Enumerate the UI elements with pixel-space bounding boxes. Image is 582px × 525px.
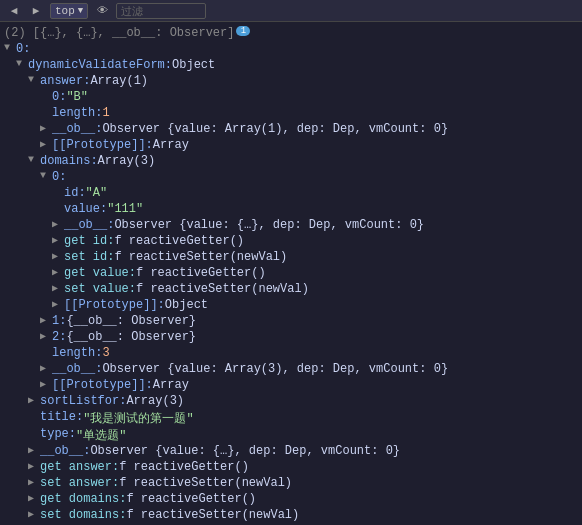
eye-icon[interactable]: 👁 — [94, 3, 110, 19]
tree-row: ▶set id: f reactiveSetter(newVal) — [0, 250, 582, 266]
back-icon[interactable]: ◀ — [6, 3, 22, 19]
tree-value: Observer {value: Array(1), dep: Dep, vmC… — [102, 122, 448, 136]
breadcrumb-text: (2) [{…}, {…}, __ob__: Observer] — [4, 26, 234, 40]
tree-value: "我是测试的第一题" — [83, 410, 193, 427]
tree-row: title: "我是测试的第一题" — [0, 410, 582, 427]
tree-value: Observer {value: {…}, dep: Dep, vmCount:… — [90, 444, 400, 458]
tree-row: ▼dynamicValidateForm: Object — [0, 58, 582, 74]
tree-key: set id: — [64, 250, 114, 264]
tree-toggle[interactable]: ▶ — [40, 362, 52, 374]
filter-box[interactable] — [116, 3, 206, 19]
tree-row: length: 3 — [0, 346, 582, 362]
tree-toggle[interactable]: ▶ — [28, 394, 40, 406]
tree-row: ▶__ob__: Observer {value: Array(1), dep:… — [0, 122, 582, 138]
tree-toggle[interactable]: ▶ — [28, 444, 40, 456]
tree-row: ▶set answer: f reactiveSetter(newVal) — [0, 476, 582, 492]
tree-key: 0: — [52, 90, 66, 104]
tree-toggle[interactable]: ▶ — [28, 476, 40, 488]
tree-key: get value: — [64, 266, 136, 280]
badge: 1 — [236, 26, 250, 36]
tree-row: ▶__ob__: Observer {value: Array(3), dep:… — [0, 362, 582, 378]
tree-value: Array(3) — [126, 394, 184, 408]
tree-row: ▶get domains: f reactiveGetter() — [0, 492, 582, 508]
tree-key: value: — [64, 202, 107, 216]
tree-toggle[interactable]: ▶ — [52, 218, 64, 230]
tree-key: [[Prototype]]: — [64, 298, 165, 312]
tree-row: ▶__ob__: Observer {value: {…}, dep: Dep,… — [0, 218, 582, 234]
tree-row: ▶get answer: f reactiveGetter() — [0, 460, 582, 476]
tree-value: "单选题" — [76, 427, 126, 444]
tree-toggle[interactable]: ▶ — [40, 122, 52, 134]
tree-key: dynamicValidateForm: — [28, 58, 172, 72]
tree-value: Array(1) — [90, 74, 148, 88]
forward-icon[interactable]: ▶ — [28, 3, 44, 19]
filter-input[interactable] — [121, 5, 201, 17]
breadcrumb-line: (2) [{…}, {…}, __ob__: Observer] 1 — [0, 26, 582, 42]
tree-value: 3 — [102, 346, 109, 360]
tree-value: Array — [153, 378, 189, 392]
tree-row: ▶set domains: f reactiveSetter(newVal) — [0, 508, 582, 524]
scope-label: top — [55, 5, 75, 17]
tree-row: ▶sortListfor: Array(3) — [0, 394, 582, 410]
tree-row: ▶2: {__ob__: Observer} — [0, 330, 582, 346]
tree-key: answer: — [40, 74, 90, 88]
tree-toggle[interactable]: ▶ — [28, 492, 40, 504]
tree-key: title: — [40, 410, 83, 424]
tree-toggle[interactable]: ▶ — [40, 138, 52, 150]
tree-row: ▶get value: f reactiveGetter() — [0, 266, 582, 282]
tree-toggle[interactable]: ▶ — [28, 460, 40, 472]
tree-row: ▶set value: f reactiveSetter(newVal) — [0, 282, 582, 298]
tree-toggle[interactable]: ▼ — [28, 74, 40, 85]
tree-key: 0: — [16, 42, 30, 56]
tree-key: domains: — [40, 154, 98, 168]
tree-value: f reactiveGetter() — [119, 460, 249, 474]
scope-dropdown[interactable]: top ▼ — [50, 3, 88, 19]
tree-key: set answer: — [40, 476, 119, 490]
tree-value: 1 — [102, 106, 109, 120]
tree-toggle[interactable]: ▼ — [28, 154, 40, 165]
tree-toggle[interactable]: ▶ — [28, 508, 40, 520]
tree-toggle[interactable]: ▶ — [52, 266, 64, 278]
tree-toggle[interactable]: ▶ — [52, 234, 64, 246]
tree-toggle[interactable]: ▶ — [52, 298, 64, 310]
tree-value: Array(3) — [98, 154, 156, 168]
tree-key: 2: — [52, 330, 66, 344]
tree-key: __ob__: — [64, 218, 114, 232]
tree-key: type: — [40, 427, 76, 441]
tree-toggle[interactable]: ▶ — [40, 330, 52, 342]
tree-toggle[interactable]: ▶ — [40, 378, 52, 390]
tree-key: [[Prototype]]: — [52, 138, 153, 152]
code-area: (2) [{…}, {…}, __ob__: Observer] 1 ▼0: ▼… — [0, 22, 582, 525]
tree-row: ▼0: — [0, 170, 582, 186]
tree-key: get id: — [64, 234, 114, 248]
tree-toggle[interactable]: ▶ — [52, 282, 64, 294]
tree-row: ▶1: {__ob__: Observer} — [0, 314, 582, 330]
tree-container: ▼0: ▼dynamicValidateForm: Object▼answer:… — [0, 42, 582, 525]
tree-value: Array — [153, 138, 189, 152]
tree-value: Object — [172, 58, 215, 72]
tree-key: set domains: — [40, 508, 126, 522]
tree-toggle[interactable]: ▶ — [52, 250, 64, 262]
tree-key: length: — [52, 346, 102, 360]
tree-key: [[Prototype]]: — [52, 378, 153, 392]
tree-key: __ob__: — [52, 362, 102, 376]
tree-toggle[interactable]: ▼ — [40, 170, 52, 181]
tree-key: __ob__: — [52, 122, 102, 136]
tree-value: Object — [165, 298, 208, 312]
tree-key: __ob__: — [40, 444, 90, 458]
tree-toggle[interactable]: ▼ — [4, 42, 16, 53]
tree-toggle[interactable]: ▼ — [16, 58, 28, 69]
tree-toggle[interactable]: ▶ — [40, 314, 52, 326]
tree-row: ▶get id: f reactiveGetter() — [0, 234, 582, 250]
tree-row: ▶[[Prototype]]: Array — [0, 138, 582, 154]
toolbar: ◀ ▶ top ▼ 👁 — [0, 0, 582, 22]
tree-value: f reactiveGetter() — [126, 492, 256, 506]
tree-value: f reactiveSetter(newVal) — [126, 508, 299, 522]
tree-row: length: 1 — [0, 106, 582, 122]
tree-value: "B" — [66, 90, 88, 104]
tree-row: id: "A" — [0, 186, 582, 202]
tree-key: get domains: — [40, 492, 126, 506]
tree-row: 0: "B" — [0, 90, 582, 106]
tree-key: sortListfor: — [40, 394, 126, 408]
tree-key: id: — [64, 186, 86, 200]
